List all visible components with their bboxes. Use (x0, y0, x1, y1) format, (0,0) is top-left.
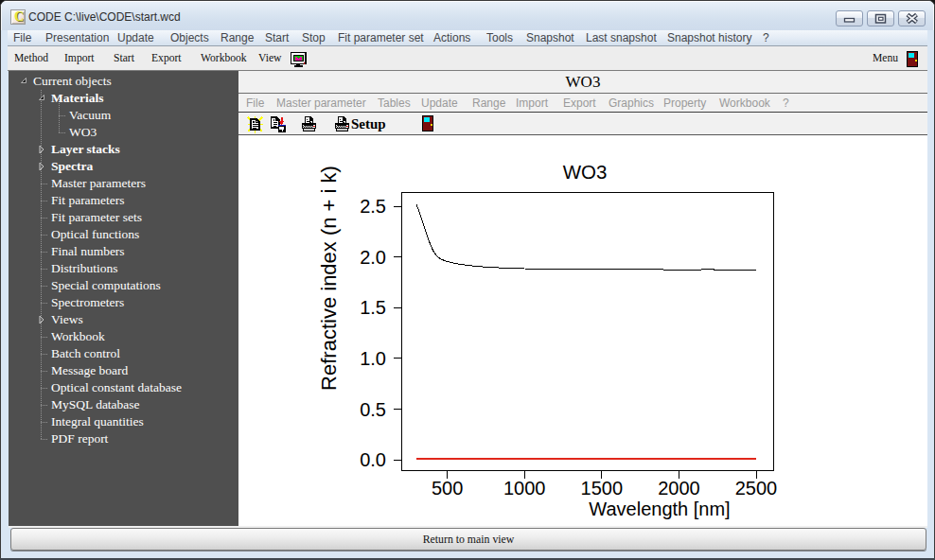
svg-text:1500: 1500 (581, 478, 624, 499)
svg-text:Wavelength [nm]: Wavelength [nm] (589, 499, 730, 519)
svg-text:2500: 2500 (735, 478, 778, 499)
svg-text:0.0: 0.0 (360, 449, 386, 470)
svg-text:1000: 1000 (503, 478, 546, 499)
svg-text:1.5: 1.5 (360, 297, 386, 318)
svg-text:2000: 2000 (658, 478, 700, 499)
svg-text:0.5: 0.5 (360, 399, 386, 420)
svg-text:2.0: 2.0 (360, 247, 386, 268)
svg-text:Refractive index (n + i k): Refractive index (n + i k) (317, 166, 341, 391)
svg-text:2.5: 2.5 (360, 196, 386, 217)
svg-text:500: 500 (432, 478, 463, 499)
svg-text:1.0: 1.0 (360, 348, 386, 369)
svg-text:WO3: WO3 (563, 161, 608, 183)
